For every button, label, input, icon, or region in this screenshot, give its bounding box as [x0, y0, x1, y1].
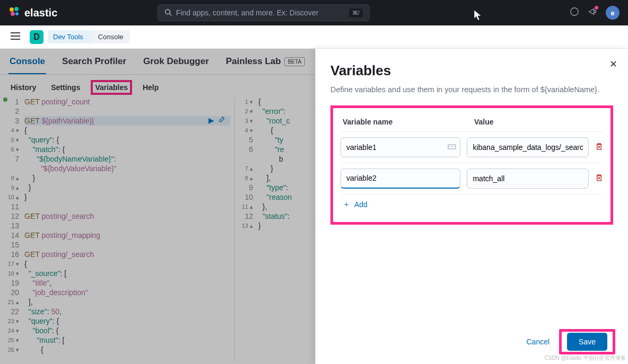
save-highlight: Save	[559, 329, 615, 354]
svg-point-1	[14, 7, 19, 11]
status-dot	[3, 97, 7, 102]
elastic-logo[interactable]: elastic	[8, 6, 57, 20]
variables-table: Variable name Value ＋ Add	[330, 105, 613, 225]
request-editor[interactable]: 1234 ▾5 ▾6 ▾78 ▴9 ▴10 ▴11121314151617 ▾1…	[0, 97, 230, 362]
svg-point-2	[11, 12, 15, 16]
flyout-title: Variables	[330, 63, 613, 79]
search-icon	[164, 8, 172, 17]
flyout-description: Define variables and use them in your re…	[330, 84, 613, 96]
subtab-variables[interactable]: Variables	[91, 80, 132, 95]
breadcrumb-row: D Dev Tools Console	[0, 25, 628, 49]
main-content: Console Search Profiler Grok Debugger Pa…	[0, 49, 628, 364]
breadcrumb-devtools[interactable]: Dev Tools	[48, 30, 89, 43]
variable-row	[341, 132, 603, 163]
global-search[interactable]: Find apps, content, and more. Ex: Discov…	[158, 4, 370, 21]
svg-line-5	[169, 13, 171, 15]
keyboard-icon	[448, 143, 456, 153]
subtab-help[interactable]: Help	[141, 82, 161, 93]
close-icon[interactable]: ✕	[609, 58, 617, 70]
trash-icon[interactable]	[595, 174, 603, 183]
search-shortcut: ⌘/	[349, 8, 363, 17]
add-variable-button[interactable]: ＋ Add	[341, 194, 603, 215]
news-icon[interactable]	[588, 7, 597, 19]
watermark: CSDN @Elastic 中国社区官方博客	[545, 354, 626, 362]
subtab-settings[interactable]: Settings	[49, 82, 82, 93]
top-nav-bar: elastic Find apps, content, and more. Ex…	[0, 0, 628, 25]
tab-search-profiler[interactable]: Search Profiler	[61, 56, 127, 74]
search-placeholder: Find apps, content, and more. Ex: Discov…	[176, 8, 318, 17]
user-avatar[interactable]: e	[606, 6, 620, 20]
breadcrumb-console[interactable]: Console	[89, 30, 130, 43]
hamburger-icon[interactable]	[5, 29, 25, 45]
app-badge[interactable]: D	[30, 30, 43, 44]
subtab-history[interactable]: History	[8, 82, 38, 93]
svg-point-4	[165, 9, 170, 14]
svg-point-6	[571, 8, 578, 15]
variable-row	[341, 163, 603, 194]
cancel-button[interactable]: Cancel	[526, 338, 550, 346]
col-variable-name: Variable name	[343, 118, 474, 126]
logo-icon	[8, 6, 20, 20]
variable-value-input[interactable]	[467, 137, 589, 157]
variable-name-input[interactable]	[341, 137, 460, 157]
save-button[interactable]: Save	[567, 333, 607, 351]
wrench-icon[interactable]	[217, 116, 225, 125]
variable-name-input[interactable]	[341, 168, 460, 189]
col-value: Value	[474, 118, 494, 126]
tab-console[interactable]: Console	[8, 56, 46, 74]
tab-painless-lab[interactable]: Painless LabBETA	[225, 56, 306, 74]
variable-value-input[interactable]	[467, 168, 589, 189]
variables-flyout: ✕ Variables Define variables and use the…	[315, 49, 628, 364]
help-icon[interactable]	[570, 7, 579, 19]
response-viewer[interactable]: 1 ▾2 ▾3 ▾4 ▾567 ▴8 ▴91011 ▴1213 ▴ { "err…	[234, 97, 321, 362]
tab-grok-debugger[interactable]: Grok Debugger	[142, 56, 210, 74]
svg-point-0	[10, 7, 14, 12]
svg-point-3	[15, 12, 19, 15]
play-icon[interactable]: ▶	[208, 116, 214, 125]
brand-text: elastic	[24, 7, 57, 19]
run-request-controls[interactable]: ▶	[208, 116, 225, 125]
trash-icon[interactable]	[595, 143, 603, 152]
svg-rect-10	[448, 145, 456, 149]
plus-icon: ＋	[343, 200, 350, 209]
